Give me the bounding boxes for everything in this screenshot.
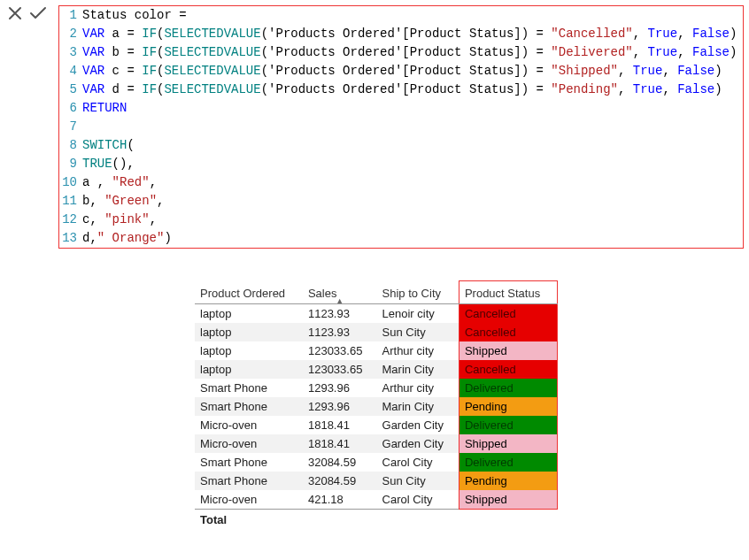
table-row[interactable]: Micro-oven1818.41Garden CityDelivered (195, 416, 558, 434)
cell-city: Sun City (377, 472, 459, 490)
line-number: 7 (59, 118, 82, 136)
cell-sales: 1293.96 (303, 379, 377, 397)
code-line[interactable]: 3VAR b = IF(SELECTEDVALUE('Products Orde… (59, 43, 743, 62)
cell-sales: 123033.65 (303, 341, 377, 360)
cell-product: laptop (195, 304, 303, 324)
cell-status: Pending (459, 397, 557, 416)
cell-status: Cancelled (459, 360, 557, 379)
col-product[interactable]: Product Ordered (195, 281, 303, 304)
cell-product: Smart Phone (195, 397, 303, 416)
code-content[interactable]: VAR c = IF(SELECTEDVALUE('Products Order… (82, 62, 743, 81)
code-line[interactable]: 8SWITCH( (59, 136, 743, 155)
close-icon[interactable] (7, 5, 23, 21)
code-content[interactable]: RETURN (82, 99, 743, 118)
cell-product: Micro-oven (195, 434, 303, 453)
cell-product: Smart Phone (195, 379, 303, 397)
cell-status: Pending (459, 472, 557, 490)
col-city[interactable]: Ship to City (377, 281, 459, 304)
table-row[interactable]: Micro-oven1818.41Garden CityShipped (195, 434, 558, 453)
results-table: Product Ordered Sales ▲ Ship to City Pro… (195, 280, 558, 530)
code-content[interactable]: d," Orange") (82, 229, 743, 248)
dax-formula-editor[interactable]: 1Status color =2VAR a = IF(SELECTEDVALUE… (58, 5, 744, 249)
col-status[interactable]: Product Status (459, 281, 557, 304)
line-number: 8 (59, 136, 82, 155)
code-line[interactable]: 7 (59, 118, 743, 136)
cell-sales: 1293.96 (303, 397, 377, 416)
cell-product: Smart Phone (195, 472, 303, 490)
table-row[interactable]: Smart Phone1293.96Marin CityPending (195, 397, 558, 416)
cell-status: Shipped (459, 490, 557, 510)
code-line[interactable]: 5VAR d = IF(SELECTEDVALUE('Products Orde… (59, 81, 743, 99)
code-content[interactable]: VAR d = IF(SELECTEDVALUE('Products Order… (82, 81, 743, 99)
code-content[interactable]: SWITCH( (82, 136, 743, 155)
cell-product: Micro-oven (195, 416, 303, 434)
footer-total-label: Total (195, 510, 303, 531)
line-number: 1 (59, 6, 82, 25)
cell-product: Smart Phone (195, 453, 303, 472)
cell-sales: 1123.93 (303, 304, 377, 324)
cell-status: Delivered (459, 379, 557, 397)
table-row[interactable]: laptop123033.65Marin CityCancelled (195, 360, 558, 379)
cell-status: Cancelled (459, 323, 557, 341)
cell-city: Arthur city (377, 341, 459, 360)
code-content[interactable]: b, "Green", (82, 192, 743, 211)
code-line[interactable]: 12c, "pink", (59, 211, 743, 229)
cell-city: Marin City (377, 360, 459, 379)
cell-city: Carol City (377, 453, 459, 472)
sort-asc-icon: ▲ (336, 296, 344, 305)
cell-product: laptop (195, 360, 303, 379)
cell-status: Shipped (459, 341, 557, 360)
code-content[interactable] (82, 118, 743, 136)
code-content[interactable]: TRUE(), (82, 155, 743, 173)
cell-city: Lenoir city (377, 304, 459, 324)
cell-status: Cancelled (459, 304, 557, 324)
code-content[interactable]: VAR b = IF(SELECTEDVALUE('Products Order… (82, 43, 743, 62)
table-row[interactable]: laptop123033.65Arthur cityShipped (195, 341, 558, 360)
cell-status: Shipped (459, 434, 557, 453)
col-sales[interactable]: Sales ▲ (303, 281, 377, 304)
cell-sales: 1818.41 (303, 416, 377, 434)
code-line[interactable]: 11b, "Green", (59, 192, 743, 211)
check-icon[interactable] (28, 5, 48, 21)
cell-sales: 123033.65 (303, 360, 377, 379)
cell-city: Garden City (377, 434, 459, 453)
cell-sales: 1123.93 (303, 323, 377, 341)
cell-product: laptop (195, 341, 303, 360)
code-content[interactable]: a , "Red", (82, 173, 743, 192)
cell-city: Garden City (377, 416, 459, 434)
cell-product: laptop (195, 323, 303, 341)
code-line[interactable]: 10a , "Red", (59, 173, 743, 192)
line-number: 10 (59, 173, 82, 192)
cell-city: Sun City (377, 323, 459, 341)
code-line[interactable]: 6RETURN (59, 99, 743, 118)
table-row[interactable]: Micro-oven421.18Carol CityShipped (195, 490, 558, 510)
line-number: 5 (59, 81, 82, 99)
table-row[interactable]: laptop1123.93Sun CityCancelled (195, 323, 558, 341)
table-row[interactable]: Smart Phone32084.59Carol CityDelivered (195, 453, 558, 472)
code-line[interactable]: 4VAR c = IF(SELECTEDVALUE('Products Orde… (59, 62, 743, 81)
code-content[interactable]: Status color = (82, 6, 743, 25)
table-row[interactable]: laptop1123.93Lenoir cityCancelled (195, 304, 558, 324)
cell-sales: 1818.41 (303, 434, 377, 453)
line-number: 11 (59, 192, 82, 211)
cell-sales: 421.18 (303, 490, 377, 510)
code-content[interactable]: VAR a = IF(SELECTEDVALUE('Products Order… (82, 25, 743, 43)
cell-city: Arthur city (377, 379, 459, 397)
cell-sales: 32084.59 (303, 453, 377, 472)
cell-city: Marin City (377, 397, 459, 416)
table-row[interactable]: Smart Phone1293.96Arthur cityDelivered (195, 379, 558, 397)
col-sales-label: Sales (308, 287, 337, 300)
code-line[interactable]: 2VAR a = IF(SELECTEDVALUE('Products Orde… (59, 25, 743, 43)
line-number: 13 (59, 229, 82, 248)
cell-city: Carol City (377, 490, 459, 510)
line-number: 12 (59, 211, 82, 229)
cell-status: Delivered (459, 453, 557, 472)
cell-sales: 32084.59 (303, 472, 377, 490)
line-number: 2 (59, 25, 82, 43)
code-line[interactable]: 13d," Orange") (59, 229, 743, 248)
cell-product: Micro-oven (195, 490, 303, 510)
code-line[interactable]: 9TRUE(), (59, 155, 743, 173)
code-content[interactable]: c, "pink", (82, 211, 743, 229)
table-row[interactable]: Smart Phone32084.59Sun CityPending (195, 472, 558, 490)
code-line[interactable]: 1Status color = (59, 6, 743, 25)
